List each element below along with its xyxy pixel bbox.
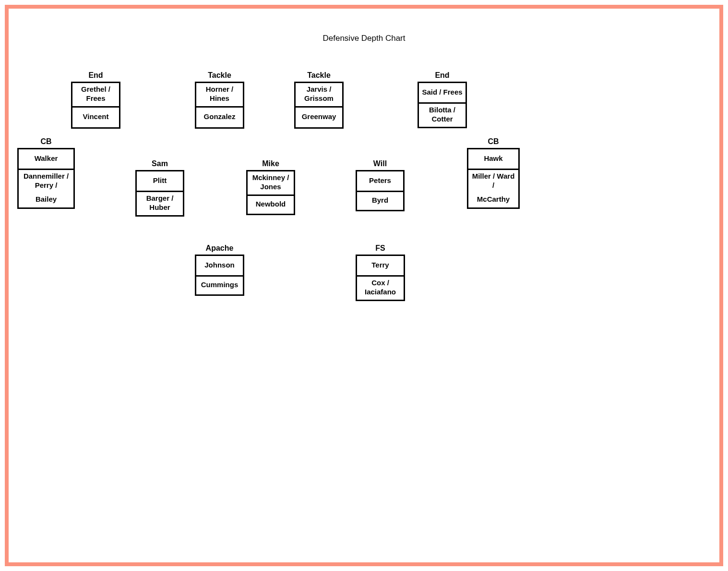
backup-cell: Dannemiller / Perry / (19, 169, 73, 193)
position-label: Tackle (195, 71, 244, 80)
starter-cell: Plitt (137, 171, 183, 191)
position-tackle-left: Tackle Horner / Hines Gonzalez (195, 71, 244, 129)
chart-title: Defensive Depth Chart (9, 34, 719, 43)
position-box: Said / Frees Bilotta /Cotter (418, 82, 467, 128)
starter-cell: Grethel /Frees (72, 83, 119, 106)
position-label: CB (17, 137, 75, 146)
position-end-right: End Said / Frees Bilotta /Cotter (418, 71, 467, 128)
backup-cell: Gonzalez (196, 106, 243, 127)
position-sam: Sam Plitt Barger / Huber (135, 159, 184, 217)
position-label: Will (356, 159, 405, 168)
starter-cell: Jarvis /Grissom (296, 83, 342, 106)
position-will: Will Peters Byrd (356, 159, 405, 211)
starter-cell: Peters (357, 171, 403, 191)
backup-cell: Greenway (296, 106, 342, 127)
backup-cell: Bilotta /Cotter (419, 102, 465, 127)
position-label: Tackle (294, 71, 344, 80)
backup-cell: Cummings (196, 275, 243, 294)
position-label: Apache (195, 244, 244, 253)
position-box: Terry Cox /Iaciafano (356, 255, 405, 301)
starter-cell: Johnson (196, 256, 243, 275)
position-label: FS (356, 244, 405, 253)
third-cell: McCarthy (468, 193, 518, 207)
position-box: Walker Dannemiller / Perry / Bailey (17, 148, 75, 209)
starter-cell: Mckinney /Jones (248, 171, 294, 194)
position-box: Jarvis /Grissom Greenway (294, 82, 344, 129)
position-end-left: End Grethel /Frees Vincent (71, 71, 120, 129)
position-cb-right: CB Hawk Miller / Ward / McCarthy (467, 137, 520, 209)
position-apache: Apache Johnson Cummings (195, 244, 244, 296)
position-box: Horner / Hines Gonzalez (195, 82, 244, 129)
position-box: Peters Byrd (356, 170, 405, 211)
position-cb-left: CB Walker Dannemiller / Perry / Bailey (17, 137, 75, 209)
position-box: Johnson Cummings (195, 255, 244, 296)
starter-cell: Horner / Hines (196, 83, 243, 106)
backup-cell: Cox /Iaciafano (357, 275, 404, 300)
position-box: Hawk Miller / Ward / McCarthy (467, 148, 520, 209)
backup-cell: Barger / Huber (137, 191, 183, 215)
position-fs: FS Terry Cox /Iaciafano (356, 244, 405, 301)
starter-cell: Terry (357, 256, 404, 275)
backup-cell: Miller / Ward / (468, 169, 518, 193)
position-box: Plitt Barger / Huber (135, 170, 184, 217)
position-label: Mike (246, 159, 295, 168)
starter-cell: Hawk (468, 149, 518, 169)
position-box: Grethel /Frees Vincent (71, 82, 120, 129)
position-label: End (418, 71, 467, 80)
position-mike: Mike Mckinney /Jones Newbold (246, 159, 295, 215)
backup-cell: Vincent (72, 106, 119, 127)
third-cell: Bailey (19, 193, 73, 207)
position-label: Sam (135, 159, 184, 168)
starter-cell: Walker (19, 149, 73, 169)
backup-cell: Byrd (357, 191, 403, 210)
position-label: CB (467, 137, 520, 146)
starter-cell: Said / Frees (419, 83, 465, 102)
chart-frame: Defensive Depth Chart End Grethel /Frees… (5, 5, 723, 566)
position-box: Mckinney /Jones Newbold (246, 170, 295, 215)
position-label: End (71, 71, 120, 80)
backup-cell: Newbold (248, 194, 294, 214)
position-tackle-right: Tackle Jarvis /Grissom Greenway (294, 71, 344, 129)
